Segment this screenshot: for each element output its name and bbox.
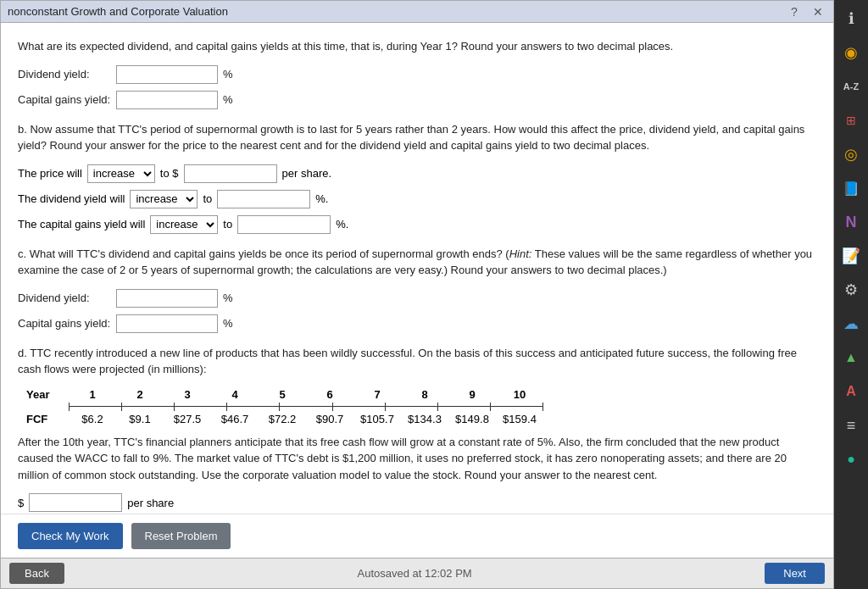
fcf-cell: $27.5 [164, 413, 211, 425]
hint-label: Hint: [509, 247, 532, 260]
div-yield-value-input[interactable] [217, 190, 310, 208]
info-icon[interactable]: ℹ [836, 3, 866, 34]
c-dividend-input[interactable] [116, 289, 218, 308]
footer: Back Autosaved at 12:02 PM Next [1, 558, 833, 588]
dividend-yield-label: Dividend yield: [18, 68, 111, 81]
circle2-icon[interactable]: ● [836, 444, 866, 475]
title-bar: nonconstant Growth and Corporate Valuati… [1, 1, 833, 23]
question-b: b. Now assume that TTC's period of super… [18, 121, 816, 234]
az-icon[interactable]: A-Z [836, 71, 866, 102]
div-yield-will-label: The dividend yield will [18, 192, 125, 205]
per-share-label: per share. [282, 167, 332, 180]
help-button[interactable]: ? [786, 3, 803, 20]
c-capital-label: Capital gains yield: [18, 317, 111, 330]
n-icon[interactable]: N [836, 207, 866, 237]
drive-icon[interactable]: ▲ [836, 342, 866, 373]
question-c-text: c. What will TTC's dividend and capital … [18, 246, 816, 279]
fcf-values: $6.2$9.1$27.5$46.7$72.2$90.7$105.7$134.3… [69, 413, 543, 425]
cloud-icon[interactable]: ☁ [836, 308, 866, 339]
c-capital-gains-row: Capital gains yield: % [18, 314, 816, 333]
fcf-label: FCF [26, 413, 69, 425]
year-cell: 5 [259, 388, 306, 401]
price-will-dropdown[interactable]: increase decrease stay the same [87, 164, 155, 183]
capital-gains-label: Capital gains yield: [18, 93, 111, 106]
dividend-yield-will-row: The dividend yield will increase decreas… [18, 190, 816, 208]
question-b-prefix: b. [18, 123, 27, 136]
next-button[interactable]: Next [765, 563, 825, 584]
close-button[interactable]: ✕ [810, 3, 826, 20]
note-icon[interactable]: 📝 [836, 241, 866, 271]
capital-gains-yield-input[interactable] [116, 91, 218, 109]
cap-gains-will-label: The capital gains yield will [18, 218, 145, 231]
title-controls: ? ✕ [786, 3, 826, 20]
circle-icon[interactable]: ◎ [836, 139, 866, 169]
check-my-work-button[interactable]: Check My Work [18, 523, 123, 549]
timeline-year-row: Year 12345678910 [26, 388, 816, 401]
rss-icon[interactable]: ◉ [836, 37, 866, 68]
year-cell: 2 [116, 388, 164, 401]
reset-problem-button[interactable]: Reset Problem [131, 523, 231, 549]
price-value-input[interactable] [184, 164, 277, 183]
fcf-cell: $6.2 [69, 413, 116, 425]
d-per-share-input[interactable] [29, 493, 122, 512]
cap-gains-value-input[interactable] [237, 215, 331, 234]
c-dividend-unit: % [223, 292, 233, 304]
fcf-cell: $134.3 [401, 413, 448, 425]
dividend-yield-input[interactable] [116, 65, 218, 84]
dividend-yield-row: Dividend yield: % [18, 65, 816, 84]
question-b-body: Now assume that TTC's period of supernor… [18, 123, 804, 153]
timeline-line [26, 403, 816, 411]
question-d-text: d. TTC recently introduced a new line of… [18, 345, 816, 378]
content-area: What are its expected dividend, and capi… [1, 23, 833, 514]
timeline-hline [227, 406, 279, 407]
a-icon[interactable]: A [836, 376, 866, 407]
price-will-row: The price will increase decrease stay th… [18, 164, 816, 183]
dividend-yield-unit: % [223, 68, 233, 81]
question-c-prefix: c. [18, 247, 26, 260]
c-capital-input[interactable] [116, 314, 218, 333]
timeline-hline [333, 406, 385, 407]
buttons-area: Check My Work Reset Problem [1, 514, 833, 558]
office-icon[interactable]: ⊞ [836, 105, 866, 136]
year-cell: 6 [306, 388, 353, 401]
cap-to-label: to [223, 218, 232, 231]
fcf-row: FCF $6.2$9.1$27.5$46.7$72.2$90.7$105.7$1… [26, 413, 816, 425]
question-c-body: What will TTC's dividend and capital gai… [30, 247, 503, 260]
question-b-text: b. Now assume that TTC's period of super… [18, 121, 816, 154]
cap-gains-will-row: The capital gains yield will increase de… [18, 215, 816, 234]
question-d-prefix: d. [18, 347, 27, 359]
div-to-label: to [203, 192, 212, 205]
timeline-hline [438, 406, 490, 407]
question-d-after: After the 10th year, TTC's financial pla… [18, 434, 816, 484]
timeline-hline [70, 406, 121, 407]
tool-icon[interactable]: ⚙ [836, 275, 866, 305]
timeline-hline [175, 406, 226, 407]
fcf-cell: $159.4 [496, 413, 543, 425]
c-dividend-yield-row: Dividend yield: % [18, 289, 816, 308]
d-per-share-row: $ per share [18, 493, 816, 512]
question-a-text: What are its expected dividend, and capi… [18, 38, 816, 55]
year-cell: 7 [353, 388, 401, 401]
dollar-sign: $ [18, 497, 24, 509]
c-capital-unit: % [223, 317, 233, 330]
div-yield-dropdown[interactable]: increase decrease stay the same [130, 190, 198, 208]
sidebar: ℹ ◉ A-Z ⊞ ◎ 📘 N 📝 ⚙ ☁ ▲ A ≡ ● [834, 0, 868, 589]
year-values: 12345678910 [69, 388, 543, 401]
price-will-label: The price will [18, 167, 82, 180]
capital-gains-yield-row: Capital gains yield: % [18, 91, 816, 109]
year-cell: 4 [211, 388, 259, 401]
cap-gains-dropdown[interactable]: increase decrease stay the same [150, 215, 218, 234]
book-icon[interactable]: 📘 [836, 173, 866, 203]
autosaved-status: Autosaved at 12:02 PM [358, 567, 472, 580]
fcf-cell: $149.8 [448, 413, 496, 425]
layers-icon[interactable]: ≡ [836, 410, 866, 441]
c-dividend-label: Dividend yield: [18, 292, 111, 304]
question-d: d. TTC recently introduced a new line of… [18, 345, 816, 513]
cap-unit-label: %. [336, 218, 348, 231]
back-button[interactable]: Back [9, 563, 64, 584]
window-title: nonconstant Growth and Corporate Valuati… [8, 5, 228, 18]
capital-gains-unit: % [223, 93, 233, 106]
timeline-hline [386, 406, 437, 407]
timeline-hline [491, 406, 542, 407]
year-cell: 3 [164, 388, 211, 401]
